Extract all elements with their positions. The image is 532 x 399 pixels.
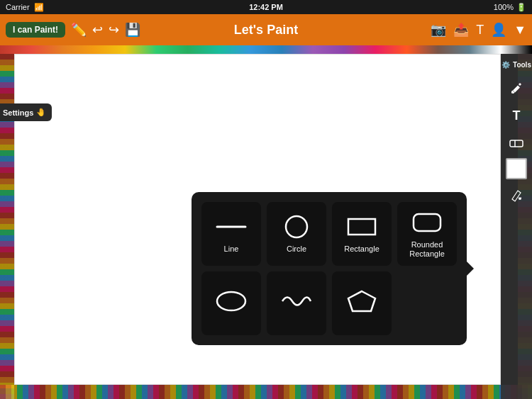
text-tool-button[interactable]: T bbox=[504, 103, 529, 128]
shape-circle[interactable]: Circle bbox=[267, 202, 326, 266]
rectangle-label: Rectangle bbox=[344, 245, 379, 254]
battery-icon: 🔋 bbox=[516, 3, 526, 12]
circle-label: Circle bbox=[287, 245, 306, 254]
line-label: Line bbox=[224, 245, 239, 254]
svg-rect-6 bbox=[510, 140, 523, 147]
brush-icon[interactable]: ✏️ bbox=[71, 22, 87, 38]
gear-icon: ⚙️ bbox=[501, 61, 510, 69]
text-tool-icon: T bbox=[513, 108, 521, 123]
eraser-tool-button[interactable] bbox=[504, 130, 529, 155]
redo-icon[interactable]: ↪ bbox=[109, 22, 119, 38]
svg-rect-2 bbox=[348, 219, 375, 235]
line-icon bbox=[214, 213, 249, 240]
polygon-icon bbox=[344, 288, 379, 315]
carrier-text: Carrier bbox=[6, 3, 30, 11]
shape-popup: Line Circle Rectangle Rounded Rectangle bbox=[192, 192, 467, 345]
svg-point-4 bbox=[217, 292, 245, 310]
tools-header: ⚙️ Tools bbox=[500, 58, 532, 72]
svg-rect-3 bbox=[414, 214, 440, 231]
wifi-icon: 📶 bbox=[34, 3, 44, 12]
wave-icon bbox=[279, 288, 314, 315]
shape-preview-box[interactable] bbox=[506, 158, 527, 179]
right-toolbar: ⚙️ Tools T bbox=[501, 54, 532, 399]
menu-icon[interactable]: ▼ bbox=[514, 23, 526, 38]
shape-line[interactable]: Line bbox=[201, 202, 261, 266]
shape-wave[interactable] bbox=[267, 271, 326, 335]
shape-rounded-rectangle[interactable]: Rounded Rectangle bbox=[397, 202, 457, 266]
bottom-pencil-decoration bbox=[0, 385, 532, 399]
save-icon[interactable]: 💾 bbox=[125, 22, 140, 38]
fill-tool-button[interactable] bbox=[504, 182, 529, 208]
settings-button[interactable]: Settings 🤚 bbox=[0, 103, 52, 121]
settings-label: Settings bbox=[3, 108, 33, 117]
toolbar-left: I can Paint! ✏️ ↩ ↪ 💾 bbox=[6, 22, 140, 38]
camera-icon[interactable]: 📷 bbox=[431, 22, 446, 38]
status-bar: Carrier 📶 12:42 PM 100% 🔋 bbox=[0, 0, 532, 14]
i-can-paint-button[interactable]: I can Paint! bbox=[6, 22, 65, 38]
color-strip[interactable] bbox=[0, 45, 532, 54]
circle-icon bbox=[279, 213, 314, 240]
svg-point-1 bbox=[286, 216, 307, 237]
pencil-tool-button[interactable] bbox=[504, 76, 529, 101]
status-time: 12:42 PM bbox=[249, 3, 283, 11]
person-icon[interactable]: 👤 bbox=[491, 22, 506, 38]
shape-rectangle[interactable]: Rectangle bbox=[332, 202, 392, 266]
toolbar: I can Paint! ✏️ ↩ ↪ 💾 Let's Paint 📷 📤 T … bbox=[0, 14, 532, 45]
undo-icon[interactable]: ↩ bbox=[92, 22, 103, 38]
tools-label: Tools bbox=[513, 61, 531, 69]
shape-polygon[interactable] bbox=[332, 271, 392, 335]
share-icon[interactable]: 📤 bbox=[453, 22, 469, 38]
rounded-rectangle-icon bbox=[409, 209, 445, 236]
text-icon[interactable]: T bbox=[476, 23, 484, 38]
toolbar-right: 📷 📤 T 👤 ▼ bbox=[431, 22, 526, 38]
battery-text: 100% bbox=[494, 3, 514, 11]
ellipse-icon bbox=[214, 288, 249, 315]
rectangle-icon bbox=[344, 213, 379, 240]
rounded-rectangle-label: Rounded Rectangle bbox=[397, 240, 457, 259]
main-area: Settings 🤚 Line Circle Rectangle bbox=[0, 54, 532, 399]
hand-icon: 🤚 bbox=[36, 108, 46, 117]
svg-marker-5 bbox=[348, 291, 375, 311]
shape-ellipse[interactable] bbox=[201, 271, 261, 335]
app-title: Let's Paint bbox=[234, 23, 298, 38]
